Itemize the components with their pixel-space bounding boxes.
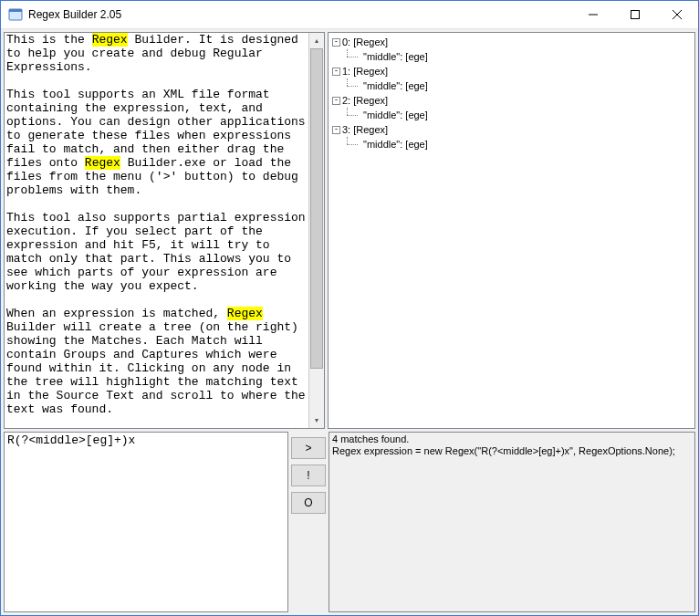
tree-match-row[interactable]: - 0: [Regex] (332, 35, 691, 49)
tree-line-icon (343, 78, 360, 93)
scroll-down-icon[interactable]: ▾ (309, 412, 324, 428)
expander-icon[interactable]: - (332, 126, 340, 134)
tree-line-icon (343, 49, 360, 64)
app-window: Regex Builder 2.05 This is the Regex Bui… (0, 0, 699, 616)
outline-button[interactable]: O (291, 492, 326, 514)
expander-icon[interactable]: - (332, 38, 340, 47)
minimize-button[interactable] (572, 1, 614, 28)
tree-node: - 1: [Regex]"middle": [ege] (332, 64, 691, 93)
tree-group-row[interactable]: "middle": [ege] (343, 78, 691, 93)
tree-node: - 3: [Regex]"middle": [ege] (332, 122, 691, 151)
tree-line-icon (343, 108, 360, 122)
button-column: > ! O (291, 432, 326, 612)
window-title: Regex Builder 2.05 (28, 8, 121, 21)
close-button[interactable] (656, 1, 698, 28)
tree-group-row[interactable]: "middle": [ege] (343, 108, 691, 122)
tree-line-icon (343, 137, 360, 151)
match-tree-panel[interactable]: - 0: [Regex]"middle": [ege]- 1: [Regex]"… (328, 32, 695, 429)
tree-node-label: 0: [Regex] (342, 35, 388, 49)
tree-group-row[interactable]: "middle": [ege] (343, 137, 691, 151)
tree-node-label: 1: [Regex] (342, 64, 388, 78)
scroll-track[interactable] (309, 48, 324, 412)
tree-match-row[interactable]: - 3: [Regex] (332, 122, 691, 137)
regex-input-panel[interactable]: R(?<middle>[eg]+)x (4, 432, 288, 612)
regex-pattern-field[interactable]: R(?<middle>[eg]+)x (5, 433, 287, 448)
maximize-button[interactable] (614, 1, 656, 28)
status-panel: 4 matches found. Regex expression = new … (329, 432, 695, 612)
tree-node-label: 2: [Regex] (342, 93, 388, 108)
tree-match-row[interactable]: - 1: [Regex] (332, 64, 691, 78)
tree-node: - 2: [Regex]"middle": [ege] (332, 93, 691, 122)
tree-node-label: 3: [Regex] (342, 122, 388, 137)
source-text-panel[interactable]: This is the Regex Builder. It is designe… (4, 32, 325, 429)
tree-group-row[interactable]: "middle": [ege] (343, 49, 691, 64)
tree-child-label: "middle": [ege] (363, 137, 428, 151)
svg-rect-1 (9, 9, 22, 12)
tree-child-label: "middle": [ege] (363, 49, 428, 64)
app-icon (8, 7, 23, 22)
tree-node: - 0: [Regex]"middle": [ege] (332, 35, 691, 64)
expander-icon[interactable]: - (332, 97, 340, 105)
vertical-scrollbar[interactable]: ▴ ▾ (308, 33, 324, 428)
options-button[interactable]: ! (291, 465, 326, 486)
match-highlight: Regex (85, 156, 120, 170)
run-button[interactable]: > (291, 437, 326, 459)
expander-icon[interactable]: - (332, 68, 340, 76)
match-highlight: Regex (92, 33, 128, 47)
tree-child-label: "middle": [ege] (363, 78, 428, 93)
scroll-thumb[interactable] (310, 48, 323, 369)
tree-child-label: "middle": [ege] (363, 108, 428, 122)
titlebar: Regex Builder 2.05 (1, 1, 698, 29)
svg-rect-3 (631, 11, 640, 19)
tree-match-row[interactable]: - 2: [Regex] (332, 93, 691, 108)
status-line-matches: 4 matches found. (332, 433, 692, 445)
scroll-up-icon[interactable]: ▴ (309, 33, 324, 48)
source-text[interactable]: This is the Regex Builder. It is designe… (6, 33, 307, 428)
match-highlight: Regex (227, 307, 263, 320)
status-line-code: Regex expression = new Regex("R(?<middle… (332, 445, 692, 457)
client-area: This is the Regex Builder. It is designe… (1, 29, 698, 615)
